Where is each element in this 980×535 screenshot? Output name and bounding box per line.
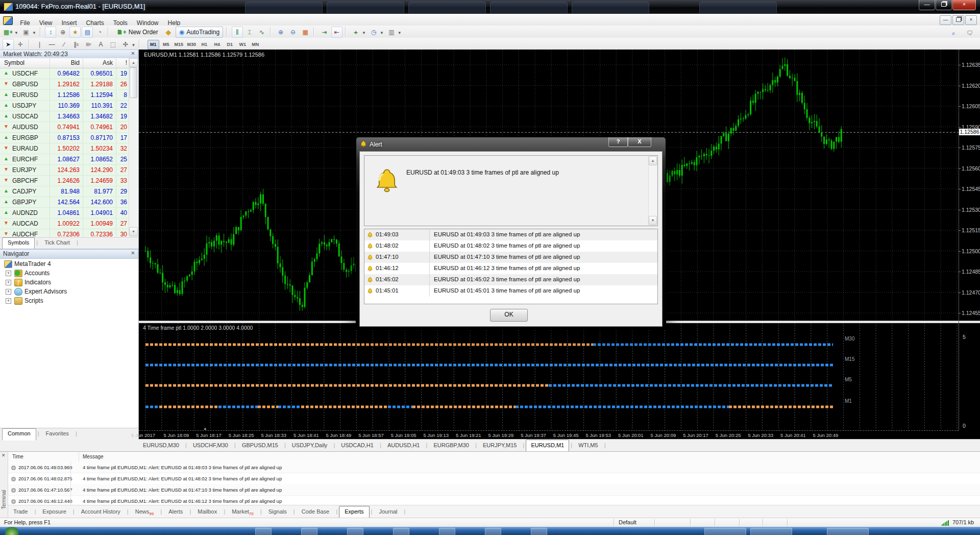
arrows-icon[interactable]: ✣ xyxy=(119,39,131,50)
chart-tab-gbpusd-m15[interactable]: GBPUSD,M15 xyxy=(237,440,283,452)
market-watch-row-eurusd[interactable]: ▲EURUSD1.125861.125948 xyxy=(0,90,129,101)
scroll-up-icon[interactable]: ▲ xyxy=(129,58,138,67)
alert-scrollbar[interactable]: ▲ ▼ xyxy=(648,156,657,225)
profiles-icon[interactable]: ▣ xyxy=(20,27,32,38)
terminal-tab-market[interactable]: Market70 xyxy=(227,506,259,519)
taskbar-window-button[interactable] xyxy=(704,528,746,535)
tab-common[interactable]: Common xyxy=(2,428,36,441)
tab-tick-chart[interactable]: Tick Chart xyxy=(39,238,75,249)
chart-tab-eurusd-m30[interactable]: EURUSD,M30 xyxy=(138,440,184,452)
line-chart-icon[interactable]: ∿ xyxy=(256,27,267,38)
scroll-down-icon[interactable]: ▼ xyxy=(129,227,138,236)
indicator-canvas[interactable]: M30M15M5M1 xyxy=(139,323,959,430)
taskbar-icon[interactable] xyxy=(347,528,363,535)
restore-button[interactable] xyxy=(936,0,952,10)
chart-tab-usdchf-m30[interactable]: USDCHF,M30 xyxy=(188,440,233,452)
market-watch-row-usdjpy[interactable]: ▲USDJPY110.369110.39122 xyxy=(0,101,129,111)
channel-icon[interactable]: ∥E xyxy=(70,39,82,50)
terminal-tab-code-base[interactable]: Code Base xyxy=(297,506,334,519)
alert-history-list[interactable]: 01:49:03EURUSD at 01:49:03 3 time frames… xyxy=(364,229,658,304)
alert-entry-row[interactable]: 01:48:02EURUSD at 01:48:02 3 time frames… xyxy=(364,240,657,252)
taskbar-icon[interactable] xyxy=(255,528,272,535)
cursor-icon[interactable]: ➤ xyxy=(3,39,14,50)
alert-close-button[interactable]: X xyxy=(628,137,651,147)
timeframe-m30[interactable]: M30 xyxy=(186,40,198,50)
chat-icon[interactable]: 🗨 xyxy=(964,28,975,39)
navigator-close-icon[interactable]: ✕ xyxy=(130,250,136,256)
mdi-minimize-button[interactable]: — xyxy=(940,15,951,25)
start-button-icon[interactable] xyxy=(5,527,18,535)
tab-symbols[interactable]: Symbols xyxy=(2,237,35,250)
expand-plus-icon[interactable]: + xyxy=(6,298,11,304)
terminal-close-icon[interactable]: ✕ xyxy=(2,453,6,458)
market-watch-row-eurgbp[interactable]: ▲EURGBP0.871530.8717017 xyxy=(0,133,129,143)
alert-entry-row[interactable]: 01:45:02EURUSD at 01:45:02 3 time frames… xyxy=(364,274,657,285)
fibonacci-icon[interactable]: ≡F xyxy=(83,39,94,50)
navigator-header[interactable]: Navigator ✕ xyxy=(0,249,138,259)
indicators-icon[interactable]: ＋ xyxy=(350,27,361,38)
timeframe-m15[interactable]: M15 xyxy=(173,40,185,50)
expand-plus-icon[interactable]: + xyxy=(6,280,11,285)
terminal-icon[interactable]: ▤ xyxy=(82,27,93,38)
terminal-tab-exposure[interactable]: Exposure xyxy=(37,506,71,519)
market-watch-row-audcad[interactable]: ▼AUDCAD1.009221.0094927 xyxy=(0,218,129,229)
terminal-tab-mailbox[interactable]: Mailbox xyxy=(192,506,222,519)
chart-tab-usdjpy-daily[interactable]: USDJPY,Daily xyxy=(287,440,332,452)
taskbar-icon[interactable] xyxy=(439,528,455,535)
market-watch-icon[interactable]: ↕ xyxy=(45,27,56,38)
chart-tab-eurjpy-m15[interactable]: EURJPY,M15 xyxy=(478,440,521,452)
time-axis[interactable]: ▲ 5 Jun 20175 Jun 18:095 Jun 18:175 Jun … xyxy=(139,430,959,440)
zoom-out-icon[interactable]: ⊖ xyxy=(287,27,299,38)
timeframe-h4[interactable]: H4 xyxy=(211,40,223,50)
new-order-button[interactable]: 🗎+ New Order xyxy=(114,27,161,37)
navigator-icon[interactable]: ★ xyxy=(69,27,81,38)
market-watch-row-eurjpy[interactable]: ▼EURJPY124.263124.29027 xyxy=(0,165,129,176)
alert-help-button[interactable]: ? xyxy=(608,137,628,147)
terminal-tab-trade[interactable]: Trade xyxy=(8,506,33,519)
mdi-restore-button[interactable] xyxy=(952,15,964,25)
expand-plus-icon[interactable]: + xyxy=(6,289,11,295)
alert-entry-row[interactable]: 01:49:03EURUSD at 01:49:03 3 time frames… xyxy=(364,229,657,240)
expand-plus-icon[interactable]: + xyxy=(6,271,11,276)
market-watch-row-audusd[interactable]: ▼AUDUSD0.749410.7496120 xyxy=(0,122,129,133)
timeframe-w1[interactable]: W1 xyxy=(237,40,249,50)
market-watch-row-eurchf[interactable]: ▲EURCHF1.086271.0865225 xyxy=(0,154,129,165)
scroll-down-icon[interactable]: ▼ xyxy=(649,216,657,225)
bar-chart-icon[interactable]: ⫼ xyxy=(232,27,243,38)
alert-dialog-titlebar[interactable]: Alert ? X xyxy=(356,137,666,151)
market-watch-row-euraud[interactable]: ▼EURAUD1.502021.5023432 xyxy=(0,143,129,154)
terminal-tab-journal[interactable]: Journal xyxy=(374,506,402,519)
zoom-in-icon[interactable]: ⊕ xyxy=(275,27,286,38)
terminal-log-row[interactable]: 2017.06.06 01:47:10.5674 time frame ptl … xyxy=(8,484,980,496)
chart-shift-icon[interactable]: ⇤ xyxy=(331,27,342,38)
tab-favorites[interactable]: Favorites xyxy=(41,429,74,440)
terminal-log-row[interactable]: 2017.06.06 01:49:03.9694 time frame ptl … xyxy=(8,461,980,473)
script-icon[interactable]: ◆ xyxy=(163,27,174,38)
crosshair-icon[interactable]: ✛ xyxy=(15,39,26,50)
chart-tab-wti-m5[interactable]: WTI,M5 xyxy=(574,440,603,452)
chart-tab-usdcad-h1[interactable]: USDCAD,H1 xyxy=(336,440,378,452)
terminal-tab-signals[interactable]: Signals xyxy=(263,506,292,519)
tile-windows-icon[interactable]: ▦ xyxy=(300,27,311,38)
alert-entry-row[interactable]: 01:45:01EURUSD at 01:45:01 3 time frames… xyxy=(364,285,657,297)
candlestick-chart-icon[interactable]: ⌶ xyxy=(244,27,255,38)
auto-scroll-icon[interactable]: ⇥ xyxy=(319,27,330,38)
chart-tab-audusd-h1[interactable]: AUDUSD,H1 xyxy=(383,440,425,452)
alert-dialog[interactable]: Alert ? X EURUSD at 01:49:03 3 time fram… xyxy=(356,137,666,330)
market-watch-row-gbpusd[interactable]: ▼GBPUSD1.291621.2918826 xyxy=(0,79,129,90)
market-watch-column-headers[interactable]: SymbolBidAsk! xyxy=(0,58,129,68)
market-watch-row-usdchf[interactable]: ▲USDCHF0.964820.9650119 xyxy=(0,68,129,79)
market-watch-row-gbpjpy[interactable]: ▲GBPJPY142.564142.60036 xyxy=(0,197,129,208)
windows-taskbar[interactable] xyxy=(0,527,980,535)
terminal-log-row[interactable]: 2017.06.06 01:48:02.8754 time frame ptl … xyxy=(8,473,980,484)
minimize-button[interactable]: — xyxy=(919,0,935,10)
periods-icon[interactable]: ◷ xyxy=(368,27,379,38)
text-label-icon[interactable]: ⬚ xyxy=(107,39,118,50)
search-icon[interactable]: ⌕ xyxy=(948,28,959,39)
market-watch-row-audnzd[interactable]: ▲AUDNZD1.048611.0490140 xyxy=(0,208,129,218)
timeframe-h1[interactable]: H1 xyxy=(199,40,210,50)
templates-icon[interactable]: ▥ xyxy=(386,27,397,38)
taskbar-window-button[interactable] xyxy=(750,528,792,535)
new-chart-icon[interactable]: ▦+ xyxy=(3,27,14,38)
scroll-up-icon[interactable]: ▲ xyxy=(649,156,657,165)
